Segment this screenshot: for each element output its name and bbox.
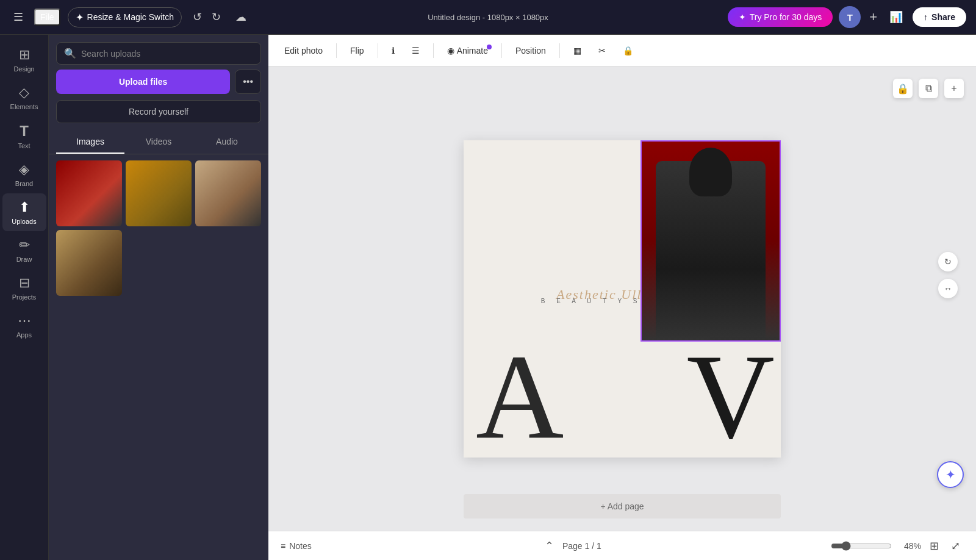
- photo-woman-image: [642, 142, 780, 340]
- flip-label: Flip: [350, 46, 364, 56]
- edit-photo-label: Edit photo: [284, 46, 323, 56]
- add-collaborator-button[interactable]: +: [867, 7, 880, 27]
- letter-v: V: [687, 336, 775, 458]
- grid-view-button[interactable]: ⊞: [926, 537, 942, 555]
- cloud-save-button[interactable]: ☁: [232, 7, 250, 27]
- rotate-handle-button[interactable]: ↻: [938, 252, 958, 271]
- file-menu-button[interactable]: File: [34, 9, 60, 26]
- sidebar-item-draw[interactable]: ✏ Draw: [2, 231, 46, 269]
- toolbar-separator-5: [559, 43, 560, 58]
- projects-icon: ⊟: [19, 275, 30, 291]
- sidebar-item-text[interactable]: T Text: [2, 117, 46, 156]
- toolbar-separator-4: [501, 43, 502, 58]
- tab-videos[interactable]: Videos: [124, 131, 193, 154]
- sidebar-item-label: Draw: [16, 256, 32, 263]
- main-body: ⊞ Design ◇ Elements T Text ◈ Brand ⬆ Upl…: [0, 35, 976, 560]
- sidebar-item-label: Elements: [10, 103, 38, 110]
- resize-magic-switch-button[interactable]: ✦ Resize & Magic Switch: [68, 7, 182, 27]
- analytics-button[interactable]: 📊: [886, 7, 906, 27]
- more-options-button[interactable]: •••: [235, 70, 261, 94]
- undo-redo-group: ↺ ↻: [189, 7, 224, 27]
- image-thumb-tiger[interactable]: [126, 160, 192, 226]
- selected-photo[interactable]: ↻ ⧉: [640, 140, 781, 342]
- sidebar-item-label: Brand: [15, 180, 33, 187]
- topbar-right: ✦ Try Pro for 30 days T + 📊 ↑ Share: [728, 6, 966, 28]
- draw-icon: ✏: [19, 237, 30, 253]
- edit-photo-button[interactable]: Edit photo: [278, 42, 329, 59]
- image-woman-inner: [56, 160, 122, 226]
- sidebar-item-projects[interactable]: ⊟ Projects: [2, 269, 46, 307]
- search-input[interactable]: [81, 49, 253, 59]
- add-section-button[interactable]: +: [944, 79, 964, 98]
- sidebar-item-apps[interactable]: ⋯ Apps: [2, 307, 46, 345]
- share-label: Share: [931, 12, 955, 22]
- panel-tabs: Images Videos Audio: [49, 131, 268, 154]
- sidebar-item-label: Text: [18, 142, 30, 149]
- image-thumb-dog2[interactable]: [56, 230, 122, 296]
- user-avatar-button[interactable]: T: [839, 6, 861, 28]
- resize-label: Resize & Magic Switch: [87, 12, 174, 22]
- try-pro-label: Try Pro for 30 days: [750, 12, 822, 22]
- sidebar-item-brand[interactable]: ◈ Brand: [2, 156, 46, 193]
- topbar: ☰ File ✦ Resize & Magic Switch ↺ ↻ ☁ Unt…: [0, 0, 976, 35]
- undo-button[interactable]: ↺: [189, 7, 206, 27]
- tab-images[interactable]: Images: [56, 131, 124, 154]
- tab-audio[interactable]: Audio: [193, 131, 261, 154]
- canvas-container: Aesthetic Ullanueva B E A U T Y S A L O …: [464, 140, 781, 458]
- page-info: Page 1 / 1: [562, 541, 601, 551]
- canvas-bg[interactable]: Aesthetic Ullanueva B E A U T Y S A L O …: [464, 140, 781, 458]
- images-grid: [56, 160, 261, 296]
- right-side-controls: ↻ ↔: [938, 252, 958, 298]
- upload-files-button[interactable]: Upload files: [56, 70, 230, 94]
- share-button[interactable]: ↑ Share: [913, 7, 966, 27]
- animate-button[interactable]: ◉ Animate: [441, 42, 494, 59]
- record-yourself-button[interactable]: Record yourself: [56, 100, 261, 123]
- notes-button[interactable]: ≡ Notes: [281, 541, 312, 551]
- sidebar-item-elements[interactable]: ◇ Elements: [2, 79, 46, 117]
- search-wrapper: 🔍: [56, 42, 261, 65]
- magic-icon: ✦: [76, 12, 84, 23]
- duplicate-canvas-button[interactable]: ⧉: [919, 79, 938, 98]
- image-thumb-woman[interactable]: [56, 160, 122, 226]
- try-pro-button[interactable]: ✦ Try Pro for 30 days: [728, 7, 833, 27]
- flip-button[interactable]: Flip: [344, 42, 370, 59]
- share-icon: ↑: [924, 12, 928, 22]
- sidebar-item-design[interactable]: ⊞ Design: [2, 41, 46, 79]
- design-icon: ⊞: [19, 47, 30, 63]
- try-pro-icon: ✦: [739, 12, 746, 22]
- text-icon: T: [20, 123, 29, 140]
- page-controls: ⌃ Page 1 / 1: [541, 536, 601, 556]
- image-thumb-dog1[interactable]: [195, 160, 261, 226]
- add-page-bar[interactable]: + Add page: [464, 494, 781, 519]
- photo-figure: [642, 142, 780, 340]
- sidebar-item-label: Projects: [12, 293, 37, 301]
- notes-label: Notes: [289, 541, 312, 551]
- fullscreen-button[interactable]: ⤢: [947, 537, 964, 555]
- transparency-grid-button[interactable]: ▦: [567, 42, 587, 59]
- lock-canvas-button[interactable]: 🔒: [893, 79, 913, 98]
- canvas-design: Aesthetic Ullanueva B E A U T Y S A L O …: [464, 140, 781, 458]
- canvas-top-right-controls: 🔒 ⧉ +: [893, 79, 964, 98]
- zoom-slider[interactable]: [831, 541, 892, 551]
- zoom-controls: 48% ⊞ ⤢: [831, 537, 964, 555]
- list-button[interactable]: ☰: [406, 42, 426, 59]
- redo-button[interactable]: ↻: [208, 7, 224, 27]
- image-tiger-inner: [126, 160, 192, 226]
- magic-ai-button[interactable]: ✦: [937, 461, 964, 488]
- info-button[interactable]: ℹ: [386, 42, 401, 59]
- menu-button[interactable]: ☰: [10, 7, 27, 27]
- toolbar-separator-3: [433, 43, 434, 58]
- image-dog2-inner: [56, 230, 122, 296]
- toolbar-separator-2: [378, 43, 378, 58]
- position-button[interactable]: Position: [509, 42, 552, 59]
- lock-button[interactable]: 🔒: [617, 42, 639, 59]
- image-crop-button[interactable]: ✂: [592, 42, 612, 59]
- side-handle-button[interactable]: ↔: [938, 279, 958, 298]
- topbar-left: ☰ File ✦ Resize & Magic Switch ↺ ↻ ☁: [10, 7, 250, 27]
- collapse-pages-button[interactable]: ⌃: [541, 536, 558, 556]
- canvas-wrapper: 🔒 ⧉ + ↻ ↔ Aesthetic Ullanueva B E A U T …: [268, 66, 976, 531]
- sidebar-item-uploads[interactable]: ⬆ Uploads: [2, 193, 46, 231]
- animate-label: Animate: [457, 46, 488, 56]
- letter-a: A: [476, 336, 564, 458]
- apps-icon: ⋯: [18, 313, 31, 329]
